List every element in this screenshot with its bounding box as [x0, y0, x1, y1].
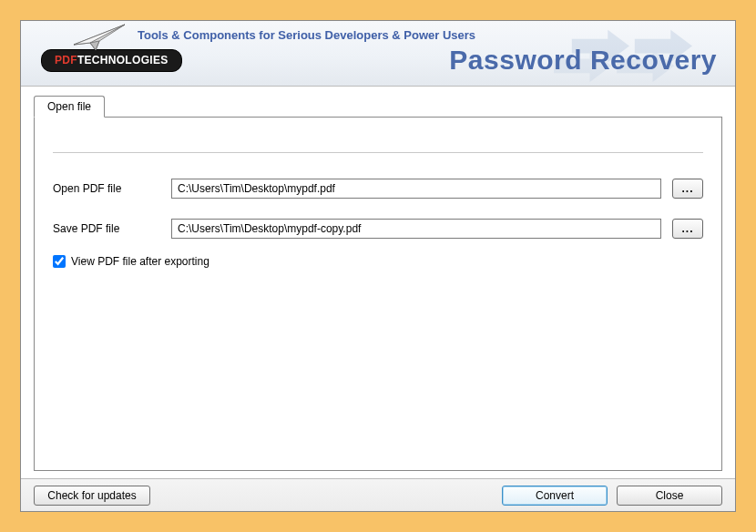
open-file-row: Open PDF file ...	[53, 179, 703, 199]
panel-divider	[53, 152, 703, 153]
footer: Check for updates Convert Close	[21, 478, 735, 511]
tagline: Tools & Components for Serious Developer…	[138, 28, 475, 42]
view-after-checkbox[interactable]	[53, 255, 66, 268]
logo-text-prefix: PDF	[55, 54, 77, 66]
check-for-updates-button[interactable]: Check for updates	[34, 486, 150, 506]
view-after-row: View PDF file after exporting	[53, 255, 703, 268]
tab-panel-open-file: Open PDF file ... Save PDF file ... View…	[34, 117, 722, 471]
header: PDFTECHNOLOGIES Tools & Components for S…	[21, 21, 735, 87]
tab-open-file[interactable]: Open file	[34, 96, 105, 118]
paper-plane-icon	[72, 23, 128, 52]
tab-strip: Open file	[34, 96, 722, 118]
product-title: Password Recovery	[449, 45, 717, 76]
logo-text-suffix: TECHNOLOGIES	[77, 54, 169, 66]
body-area: Open file Open PDF file ... Save PDF fil…	[21, 87, 735, 478]
logo-badge: PDFTECHNOLOGIES	[41, 49, 182, 72]
close-button[interactable]: Close	[617, 486, 722, 506]
save-file-browse-button[interactable]: ...	[672, 219, 703, 239]
view-after-label[interactable]: View PDF file after exporting	[71, 255, 209, 268]
save-file-row: Save PDF file ...	[53, 219, 703, 239]
open-file-input[interactable]	[171, 179, 661, 199]
save-file-input[interactable]	[171, 219, 661, 239]
save-file-label: Save PDF file	[53, 222, 171, 235]
convert-button[interactable]: Convert	[502, 486, 608, 506]
app-window: PDFTECHNOLOGIES Tools & Components for S…	[20, 20, 736, 512]
open-file-browse-button[interactable]: ...	[672, 179, 703, 199]
svg-marker-2	[90, 41, 99, 50]
open-file-label: Open PDF file	[53, 182, 171, 195]
